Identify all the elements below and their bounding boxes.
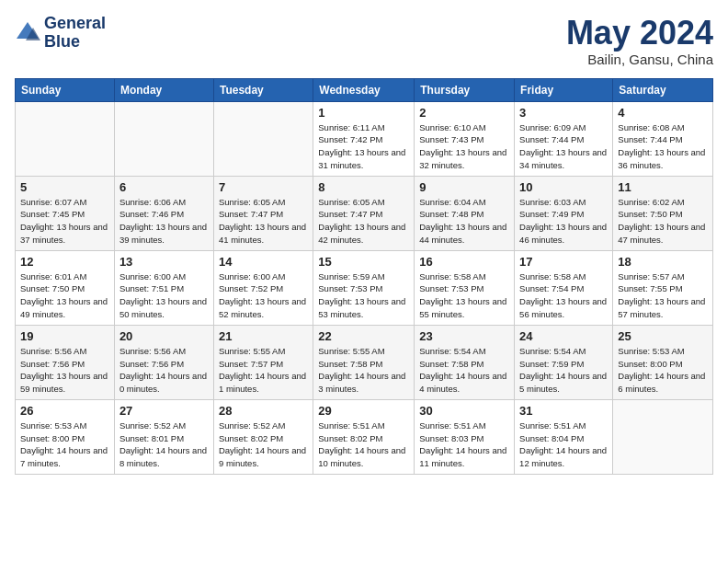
- calendar-header: SundayMondayTuesdayWednesdayThursdayFrid…: [16, 78, 713, 101]
- day-number: 8: [318, 180, 409, 194]
- day-info: Sunrise: 5:53 AM Sunset: 8:00 PM Dayligh…: [20, 419, 109, 470]
- day-cell: 17Sunrise: 5:58 AM Sunset: 7:54 PM Dayli…: [515, 250, 613, 325]
- day-info: Sunrise: 5:51 AM Sunset: 8:04 PM Dayligh…: [519, 419, 608, 470]
- day-cell: 31Sunrise: 5:51 AM Sunset: 8:04 PM Dayli…: [515, 399, 613, 474]
- day-info: Sunrise: 6:09 AM Sunset: 7:44 PM Dayligh…: [519, 121, 608, 172]
- day-info: Sunrise: 5:58 AM Sunset: 7:54 PM Dayligh…: [519, 270, 608, 321]
- day-info: Sunrise: 6:05 AM Sunset: 7:47 PM Dayligh…: [219, 196, 308, 247]
- day-info: Sunrise: 5:51 AM Sunset: 8:03 PM Dayligh…: [419, 419, 509, 470]
- day-info: Sunrise: 6:01 AM Sunset: 7:50 PM Dayligh…: [20, 270, 109, 321]
- day-info: Sunrise: 6:03 AM Sunset: 7:49 PM Dayligh…: [519, 196, 608, 247]
- day-info: Sunrise: 5:51 AM Sunset: 8:02 PM Dayligh…: [318, 419, 409, 470]
- day-number: 24: [519, 329, 608, 343]
- day-cell: 21Sunrise: 5:55 AM Sunset: 7:57 PM Dayli…: [213, 325, 313, 399]
- day-number: 25: [618, 329, 708, 343]
- day-number: 19: [20, 329, 109, 343]
- day-number: 20: [119, 329, 209, 343]
- day-cell: 30Sunrise: 5:51 AM Sunset: 8:03 PM Dayli…: [415, 399, 515, 474]
- day-number: 9: [419, 180, 509, 194]
- day-cell: [114, 101, 213, 176]
- day-info: Sunrise: 5:53 AM Sunset: 8:00 PM Dayligh…: [618, 345, 708, 396]
- week-row-4: 19Sunrise: 5:56 AM Sunset: 7:56 PM Dayli…: [16, 325, 713, 399]
- day-cell: 22Sunrise: 5:55 AM Sunset: 7:58 PM Dayli…: [313, 325, 415, 399]
- weekday-header-saturday: Saturday: [613, 78, 713, 101]
- logo-icon: [15, 20, 40, 46]
- day-cell: 24Sunrise: 5:54 AM Sunset: 7:59 PM Dayli…: [515, 325, 613, 399]
- week-row-5: 26Sunrise: 5:53 AM Sunset: 8:00 PM Dayli…: [16, 399, 713, 474]
- day-number: 30: [419, 404, 509, 418]
- day-number: 6: [119, 180, 209, 194]
- day-cell: 20Sunrise: 5:56 AM Sunset: 7:56 PM Dayli…: [114, 325, 213, 399]
- day-number: 5: [20, 180, 109, 194]
- day-cell: 5Sunrise: 6:07 AM Sunset: 7:45 PM Daylig…: [16, 176, 115, 250]
- weekday-header-monday: Monday: [114, 78, 213, 101]
- day-cell: 23Sunrise: 5:54 AM Sunset: 7:58 PM Dayli…: [415, 325, 515, 399]
- day-cell: 26Sunrise: 5:53 AM Sunset: 8:00 PM Dayli…: [16, 399, 115, 474]
- week-row-1: 1Sunrise: 6:11 AM Sunset: 7:42 PM Daylig…: [16, 101, 713, 176]
- day-info: Sunrise: 5:56 AM Sunset: 7:56 PM Dayligh…: [20, 345, 109, 396]
- day-cell: 14Sunrise: 6:00 AM Sunset: 7:52 PM Dayli…: [213, 250, 313, 325]
- day-info: Sunrise: 6:00 AM Sunset: 7:51 PM Dayligh…: [119, 270, 209, 321]
- day-cell: 16Sunrise: 5:58 AM Sunset: 7:53 PM Dayli…: [415, 250, 515, 325]
- weekday-header-wednesday: Wednesday: [313, 78, 415, 101]
- day-number: 3: [519, 106, 608, 120]
- weekday-header-row: SundayMondayTuesdayWednesdayThursdayFrid…: [16, 78, 713, 101]
- day-info: Sunrise: 5:54 AM Sunset: 7:58 PM Dayligh…: [419, 345, 509, 396]
- day-cell: [213, 101, 313, 176]
- day-cell: 1Sunrise: 6:11 AM Sunset: 7:42 PM Daylig…: [313, 101, 415, 176]
- day-cell: 4Sunrise: 6:08 AM Sunset: 7:44 PM Daylig…: [613, 101, 713, 176]
- logo-text: General Blue: [44, 15, 106, 52]
- day-info: Sunrise: 5:57 AM Sunset: 7:55 PM Dayligh…: [618, 270, 708, 321]
- day-number: 28: [219, 404, 308, 418]
- day-info: Sunrise: 5:55 AM Sunset: 7:58 PM Dayligh…: [318, 345, 409, 396]
- day-cell: 3Sunrise: 6:09 AM Sunset: 7:44 PM Daylig…: [515, 101, 613, 176]
- day-number: 10: [519, 180, 608, 194]
- day-cell: 18Sunrise: 5:57 AM Sunset: 7:55 PM Dayli…: [613, 250, 713, 325]
- day-number: 17: [519, 255, 608, 269]
- day-number: 14: [219, 255, 308, 269]
- day-info: Sunrise: 5:59 AM Sunset: 7:53 PM Dayligh…: [318, 270, 409, 321]
- weekday-header-friday: Friday: [515, 78, 613, 101]
- day-cell: 2Sunrise: 6:10 AM Sunset: 7:43 PM Daylig…: [415, 101, 515, 176]
- day-info: Sunrise: 5:54 AM Sunset: 7:59 PM Dayligh…: [519, 345, 608, 396]
- day-number: 29: [318, 404, 409, 418]
- day-number: 26: [20, 404, 109, 418]
- day-info: Sunrise: 5:52 AM Sunset: 8:02 PM Dayligh…: [219, 419, 308, 470]
- day-info: Sunrise: 6:05 AM Sunset: 7:47 PM Dayligh…: [318, 196, 409, 247]
- page-header: General Blue May 2024 Bailin, Gansu, Chi…: [15, 15, 713, 67]
- day-number: 4: [618, 106, 708, 120]
- day-number: 2: [419, 106, 509, 120]
- day-number: 7: [219, 180, 308, 194]
- week-row-3: 12Sunrise: 6:01 AM Sunset: 7:50 PM Dayli…: [16, 250, 713, 325]
- day-info: Sunrise: 5:56 AM Sunset: 7:56 PM Dayligh…: [119, 345, 209, 396]
- day-cell: 27Sunrise: 5:52 AM Sunset: 8:01 PM Dayli…: [114, 399, 213, 474]
- day-info: Sunrise: 5:58 AM Sunset: 7:53 PM Dayligh…: [419, 270, 509, 321]
- day-number: 12: [20, 255, 109, 269]
- day-number: 22: [318, 329, 409, 343]
- day-cell: [613, 399, 713, 474]
- day-number: 1: [318, 106, 409, 120]
- location: Bailin, Gansu, China: [566, 52, 713, 67]
- weekday-header-tuesday: Tuesday: [213, 78, 313, 101]
- day-cell: 9Sunrise: 6:04 AM Sunset: 7:48 PM Daylig…: [415, 176, 515, 250]
- day-cell: 25Sunrise: 5:53 AM Sunset: 8:00 PM Dayli…: [613, 325, 713, 399]
- day-number: 11: [618, 180, 708, 194]
- day-cell: 19Sunrise: 5:56 AM Sunset: 7:56 PM Dayli…: [16, 325, 115, 399]
- day-info: Sunrise: 6:06 AM Sunset: 7:46 PM Dayligh…: [119, 196, 209, 247]
- day-number: 18: [618, 255, 708, 269]
- month-title: May 2024: [566, 15, 713, 52]
- day-info: Sunrise: 6:07 AM Sunset: 7:45 PM Dayligh…: [20, 196, 109, 247]
- day-cell: 15Sunrise: 5:59 AM Sunset: 7:53 PM Dayli…: [313, 250, 415, 325]
- day-info: Sunrise: 6:00 AM Sunset: 7:52 PM Dayligh…: [219, 270, 308, 321]
- day-cell: [16, 101, 115, 176]
- day-info: Sunrise: 6:11 AM Sunset: 7:42 PM Dayligh…: [318, 121, 409, 172]
- day-cell: 10Sunrise: 6:03 AM Sunset: 7:49 PM Dayli…: [515, 176, 613, 250]
- day-cell: 28Sunrise: 5:52 AM Sunset: 8:02 PM Dayli…: [213, 399, 313, 474]
- logo: General Blue: [15, 15, 106, 52]
- day-number: 23: [419, 329, 509, 343]
- day-info: Sunrise: 6:04 AM Sunset: 7:48 PM Dayligh…: [419, 196, 509, 247]
- day-cell: 12Sunrise: 6:01 AM Sunset: 7:50 PM Dayli…: [16, 250, 115, 325]
- day-number: 27: [119, 404, 209, 418]
- day-cell: 8Sunrise: 6:05 AM Sunset: 7:47 PM Daylig…: [313, 176, 415, 250]
- weekday-header-thursday: Thursday: [415, 78, 515, 101]
